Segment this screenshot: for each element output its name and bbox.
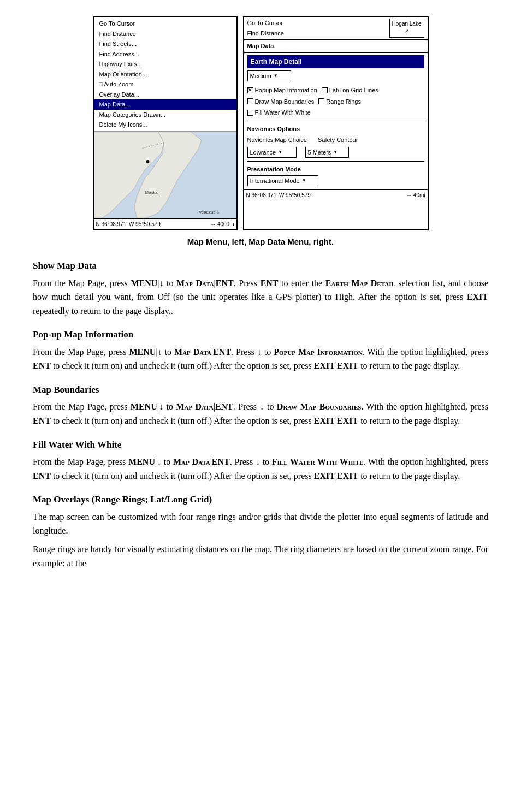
draw-map-checkbox[interactable]	[247, 98, 253, 104]
key-exit-7: EXIT	[337, 471, 358, 481]
key-ent-1: ENT	[216, 278, 234, 288]
key-menu-2: MENU	[129, 347, 156, 357]
menu-find-distance[interactable]: Find Distance	[94, 29, 236, 39]
key-exit-5: EXIT	[337, 416, 358, 425]
pres-divider	[247, 161, 424, 162]
range-rings-checkbox[interactable]	[318, 98, 324, 104]
svg-text:Mexico: Mexico	[145, 189, 159, 194]
checkbox-row-3: Fill Water With White	[244, 107, 428, 118]
pres-mode-value: International Mode	[250, 176, 300, 186]
nav-map-choice-label: Navionics Map Choice	[247, 135, 307, 145]
key-down-2: ↓	[158, 347, 162, 357]
nav-choice-value: Lowrance	[250, 148, 276, 157]
hogan-lake-label: Hogan Lake↗	[389, 19, 424, 38]
section-body-show-map-data: From the Map Page, press MENU|↓ to Map D…	[33, 276, 488, 318]
smallcaps-map-data-4: Map Data	[173, 457, 210, 466]
nav-choice-arrow-icon: ▼	[278, 149, 282, 156]
menu-delete-icons[interactable]: Delete My Icons...	[94, 120, 236, 130]
safety-contour-label: Safety Contour	[318, 135, 358, 145]
screenshot-area: Go To Cursor Find Distance Find Streets.…	[33, 16, 488, 230]
left-panel: Go To Cursor Find Distance Find Streets.…	[93, 16, 238, 230]
cb-fill-water[interactable]: Fill Water With White	[247, 108, 311, 117]
key-ent-5: ENT	[215, 402, 233, 411]
smallcaps-earth-map: Earth Map Detail	[325, 278, 395, 288]
map-area-left: Mexico Venezuela	[94, 131, 236, 218]
section-body-map-overlays-2: Range rings are handy for visually estim…	[33, 542, 488, 570]
menu-auto-zoom[interactable]: □ Auto Zoom	[94, 79, 236, 90]
key-ent-4: ENT	[33, 361, 51, 370]
screenshot-caption: Map Menu, left, Map Data Menu, right.	[33, 236, 488, 248]
key-down-6: ↓	[157, 457, 161, 466]
section-title-fill-water: Fill Water With White	[33, 438, 488, 452]
detail-select-row: Medium ▼	[244, 69, 428, 83]
section-title-show-map-data: Show Map Data	[33, 259, 488, 273]
map-data-header: Map Data	[244, 39, 428, 53]
nav-options-row: Navionics Map Choice Safety Contour	[244, 134, 428, 146]
left-zoom: ↔ 4000m	[210, 220, 234, 228]
pres-mode-label: Presentation Mode	[247, 165, 424, 175]
menu-find-address[interactable]: Find Address...	[94, 49, 236, 60]
menu-go-to-cursor[interactable]: Go To Cursor	[94, 19, 236, 29]
svg-text:Venezuela: Venezuela	[199, 210, 219, 215]
cb-popup-map[interactable]: Popup Map Information	[247, 86, 317, 95]
menu-overlay-data[interactable]: Overlay Data...	[94, 90, 236, 100]
checkbox-row-2: Draw Map Boundaries Range Rings	[244, 96, 428, 108]
key-exit-4: EXIT	[314, 416, 335, 425]
key-ent-8: ENT	[33, 471, 51, 481]
menu-map-orientation[interactable]: Map Orientation...	[94, 69, 236, 80]
status-bar-left: N 36°08.971' W 95°50.579' ↔ 4000m	[94, 218, 236, 229]
right-find-distance: Find Distance	[247, 29, 284, 38]
menu-map-categories[interactable]: Map Categories Drawn...	[94, 110, 236, 120]
section-title-popup: Pop-up Map Information	[33, 328, 488, 342]
key-exit-6: EXIT	[314, 471, 335, 481]
key-ent-7: ENT	[212, 457, 230, 466]
cb-range-rings[interactable]: Range Rings	[318, 97, 361, 106]
menu-highway-exits[interactable]: Highway Exits...	[94, 59, 236, 69]
key-exit-2: EXIT	[314, 361, 335, 370]
right-top-bar: Go To Cursor Find Distance Hogan Lake↗	[244, 17, 428, 39]
earth-map-detail-selected[interactable]: Earth Map Detail	[247, 55, 424, 68]
section-title-map-overlays: Map Overlays (Range Rings; Lat/Long Grid…	[33, 493, 488, 507]
pres-mode-select[interactable]: International Mode ▼	[247, 175, 318, 187]
fill-water-checkbox[interactable]	[247, 110, 253, 116]
safety-value: 5 Meters	[308, 148, 331, 157]
key-menu-4: MENU	[128, 457, 155, 466]
key-down-1: ↓	[159, 278, 164, 288]
left-coords: N 36°08.971' W 95°50.579'	[96, 220, 162, 228]
section-body-fill-water: From the Map Page, press MENU|↓ to Map D…	[33, 455, 488, 483]
menu-items: Go To Cursor Find Distance Find Streets.…	[94, 17, 236, 131]
safety-select[interactable]: 5 Meters ▼	[305, 147, 349, 158]
menu-map-data[interactable]: Map Data...	[94, 99, 236, 110]
key-ent-3: ENT	[213, 347, 231, 357]
detail-select[interactable]: Medium ▼	[247, 70, 291, 82]
key-exit-3: EXIT	[337, 361, 358, 370]
smallcaps-popup: Popup Map Information	[274, 347, 362, 357]
pres-mode-section: Presentation Mode International Mode ▼	[244, 164, 428, 187]
draw-map-label: Draw Map Boundaries	[255, 97, 315, 106]
smallcaps-map-data-3: Map Data	[176, 402, 213, 411]
safety-arrow-icon: ▼	[333, 149, 338, 156]
popup-map-label: Popup Map Information	[255, 86, 317, 95]
menu-find-streets[interactable]: Find Streets...	[94, 39, 236, 49]
smallcaps-map-data-1: Map Data	[176, 278, 214, 288]
lat-lon-checkbox[interactable]	[322, 87, 328, 93]
popup-map-checkbox[interactable]	[247, 87, 253, 93]
cb-draw-map[interactable]: Draw Map Boundaries	[247, 97, 315, 106]
key-down-5: ↓	[259, 402, 264, 411]
detail-arrow-icon: ▼	[274, 73, 278, 79]
key-ent-2: ENT	[260, 278, 279, 288]
navionics-options-label: Navionics Options	[244, 123, 428, 135]
key-ent-6: ENT	[33, 416, 51, 425]
section-body-map-boundaries: From the Map Page, press MENU|↓ to Map D…	[33, 400, 488, 428]
nav-choice-select[interactable]: Lowrance ▼	[247, 147, 297, 158]
page-container: Go To Cursor Find Distance Find Streets.…	[0, 0, 521, 596]
right-go-to-cursor: Go To Cursor	[247, 19, 284, 28]
key-menu-3: MENU	[131, 402, 157, 411]
smallcaps-map-data-2: Map Data	[174, 347, 211, 357]
key-menu-1: MENU	[131, 278, 157, 288]
cb-lat-lon[interactable]: Lat/Lon Grid Lines	[322, 86, 378, 95]
right-panel: Go To Cursor Find Distance Hogan Lake↗ M…	[243, 16, 429, 230]
key-down-4: ↓	[159, 402, 163, 411]
key-down-7: ↓	[256, 457, 260, 466]
pres-mode-arrow-icon: ▼	[302, 177, 306, 184]
